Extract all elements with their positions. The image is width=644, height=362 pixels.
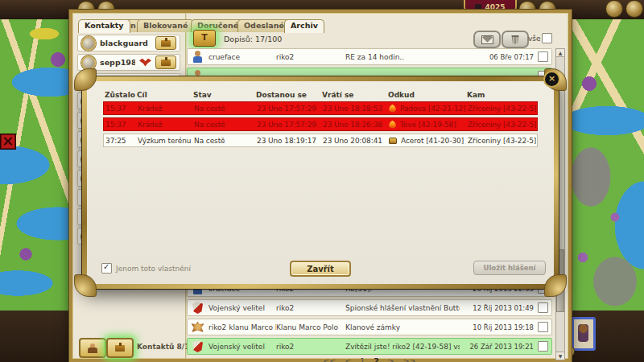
mail-row[interactable]: riko2 klanu Marco Po Klanu Marco Polo Kl…	[187, 319, 552, 335]
chest-icon	[389, 138, 397, 144]
contacts-view-button[interactable]	[79, 338, 106, 358]
save-report-button[interactable]: Uložit hlášení	[473, 261, 546, 275]
tab-kontakty[interactable]: Kontakty	[78, 19, 130, 33]
clan-icon	[191, 322, 204, 333]
flame-icon	[389, 105, 396, 113]
movement-row: 37:25 Výzkum terénu Na cestě 23 Úno 18:1…	[103, 134, 538, 147]
battle-marker-icon[interactable]	[1, 134, 15, 149]
mail-to: riko2	[276, 304, 345, 312]
movement-row-attack: 15:37 Krádež Na cestě 23 Úno 17:57:29 23…	[103, 117, 538, 131]
mailbox-view-button[interactable]	[106, 338, 134, 358]
medal-icon	[81, 36, 96, 51]
shield-icon	[191, 340, 204, 352]
mail-from: Vojenský velitel	[208, 343, 276, 351]
column-header: Vrátí se	[320, 91, 386, 99]
mailbox-icon	[161, 40, 171, 47]
mail-count: Dopisů: 17/100	[224, 35, 282, 43]
mailbox-icon	[161, 60, 171, 66]
mail-select-checkbox[interactable]	[538, 322, 548, 332]
person-icon	[191, 51, 204, 63]
red-bird-icon	[139, 59, 151, 67]
close-icon[interactable]	[543, 71, 560, 88]
scroll-up-icon[interactable]: ▲	[555, 48, 565, 57]
medallion-icon	[605, 0, 623, 18]
column-header: Stav	[192, 91, 254, 99]
column-header: Odkud	[386, 91, 465, 99]
troop-movements-dialog: Zůstalo Cíl Stav Dostanou se Vrátí se Od…	[82, 76, 559, 289]
envelope-icon	[481, 35, 493, 44]
mail-to: riko2	[276, 343, 345, 351]
mail-select-checkbox[interactable]	[538, 341, 548, 352]
mail-date: 12 Říj 2013 01:49	[460, 304, 534, 312]
mail-row[interactable]: crueface riko2 RE za 14 hodin.. 06 Bře 0…	[187, 48, 552, 65]
page-2[interactable]: 2	[374, 356, 379, 362]
mail-to: riko2	[276, 53, 345, 61]
medallion-icon	[625, 0, 643, 18]
movement-row-attack: 15:37 Krádež Na cestě 23 Úno 17:57:29 23…	[103, 101, 538, 115]
page-next[interactable]: >	[388, 356, 394, 362]
column-header: Kam	[465, 91, 538, 99]
new-mail-button[interactable]	[473, 31, 501, 48]
trash-icon	[511, 35, 520, 44]
mail-from: crueface	[208, 53, 276, 61]
mail-select-checkbox[interactable]	[538, 302, 548, 313]
close-button[interactable]: Zavřít	[290, 261, 351, 277]
table-header-row: Zůstalo Cíl Stav Dostanou se Vrátí se Od…	[103, 88, 538, 101]
column-header: Cíl	[135, 91, 192, 99]
medal-icon	[81, 56, 96, 70]
people-icon	[86, 343, 99, 353]
send-mail-button[interactable]	[155, 36, 176, 50]
mail-date: 06 Bře 07:17	[460, 53, 534, 61]
column-header: Dostanou se	[254, 91, 320, 99]
minimap-portrait[interactable]	[572, 317, 596, 351]
tab-blokovane[interactable]: Blokované	[137, 19, 194, 32]
page-last[interactable]: >>	[403, 356, 416, 362]
checkbox-label: Jenom toto vlastnění	[116, 265, 191, 273]
mailbox-icon	[193, 30, 216, 47]
mail-from: Vojenský velitel	[208, 304, 276, 312]
helmet-icon	[475, 4, 481, 10]
mailbox-icon	[115, 345, 125, 352]
tab-archiv[interactable]: Archiv	[284, 19, 324, 33]
page-first[interactable]: <<	[323, 356, 336, 362]
delete-mail-button[interactable]	[502, 31, 529, 48]
mail-row[interactable]: Vojenský velitel riko2 Špionské hlášení …	[187, 299, 552, 316]
mail-select-checkbox[interactable]	[538, 51, 548, 62]
shield-icon	[191, 302, 204, 314]
page-1[interactable]: 1	[360, 356, 365, 362]
contact-name: blackguard	[100, 39, 148, 47]
mail-date: 10 Říj 2013 19:18	[460, 323, 534, 331]
contact-row[interactable]: blackguard	[77, 35, 180, 51]
game-screen: 4025 Kontakty Klan Blokované blackguard …	[0, 0, 644, 362]
mail-subject: Špionské hlášení vlastnění Buttercup [46…	[345, 304, 460, 312]
world-map-left[interactable]	[0, 16, 72, 314]
mail-subject: RE za 14 hodin..	[345, 53, 460, 61]
mail-from: riko2 klanu Marco Po	[208, 323, 276, 331]
only-this-possession-option: Jenom toto vlastnění	[101, 263, 191, 274]
tab-odeslane[interactable]: Odeslané	[237, 19, 291, 32]
send-mail-button[interactable]	[155, 56, 176, 69]
mail-date: 26 Zář 2013 19:21	[460, 343, 534, 351]
pagination: << < 1 2 > >>	[187, 356, 552, 362]
world-map-right[interactable]	[567, 16, 644, 314]
mail-to: Klanu Marco Polo	[276, 323, 345, 331]
select-all-checkbox[interactable]	[542, 33, 552, 43]
mail-row[interactable]: Vojenský velitel riko2 Zvítězil jste! ri…	[187, 338, 552, 355]
select-all-label: vše	[528, 35, 541, 43]
flame-icon	[389, 121, 396, 129]
mail-subject: Zvítězil jste! riko2 [42-19-58] vs Ladka…	[345, 343, 460, 351]
column-header: Zůstalo	[103, 91, 135, 99]
movements-table: Zůstalo Cíl Stav Dostanou se Vrátí se Od…	[103, 88, 538, 150]
scroll-down-icon[interactable]: ▼	[555, 352, 565, 360]
page-prev[interactable]: <	[345, 356, 351, 362]
contact-name: sepp1987	[100, 58, 135, 67]
mail-subject: Klanové zámky	[345, 323, 460, 331]
only-this-possession-checkbox[interactable]	[101, 263, 112, 274]
